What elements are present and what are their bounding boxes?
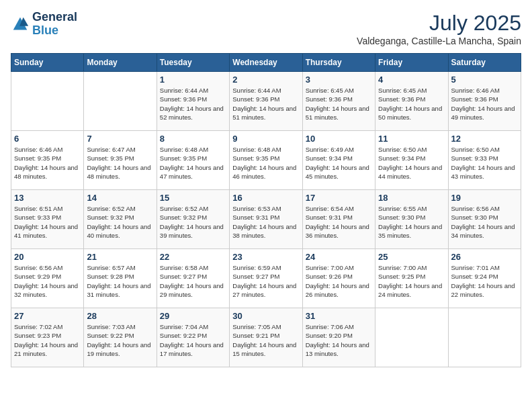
- day-number: 3: [306, 75, 372, 85]
- calendar-cell: 22Sunrise: 6:58 AM Sunset: 9:27 PM Dayli…: [157, 249, 229, 308]
- day-number: 22: [160, 252, 226, 262]
- day-number: 12: [451, 134, 518, 144]
- day-number: 25: [378, 252, 445, 262]
- day-info: Sunrise: 7:04 AM Sunset: 9:22 PM Dayligh…: [160, 322, 226, 358]
- calendar-cell: 12Sunrise: 6:50 AM Sunset: 9:33 PM Dayli…: [448, 131, 521, 190]
- day-info: Sunrise: 6:46 AM Sunset: 9:35 PM Dayligh…: [14, 145, 81, 181]
- day-number: 17: [306, 193, 372, 203]
- day-info: Sunrise: 7:01 AM Sunset: 9:24 PM Dayligh…: [451, 263, 518, 299]
- day-info: Sunrise: 6:50 AM Sunset: 9:33 PM Dayligh…: [451, 145, 518, 181]
- day-info: Sunrise: 6:52 AM Sunset: 9:32 PM Dayligh…: [87, 204, 153, 240]
- page-header: General Blue July 2025 Valdeganga, Casti…: [11, 11, 521, 46]
- calendar-cell: 9Sunrise: 6:48 AM Sunset: 9:35 PM Daylig…: [230, 131, 302, 190]
- day-info: Sunrise: 6:48 AM Sunset: 9:35 PM Dayligh…: [160, 145, 226, 181]
- day-number: 8: [160, 134, 226, 144]
- logo-text: General Blue: [32, 11, 77, 38]
- day-number: 26: [451, 252, 518, 262]
- calendar-cell: 7Sunrise: 6:47 AM Sunset: 9:35 PM Daylig…: [84, 131, 157, 190]
- header-friday: Friday: [375, 54, 448, 72]
- day-info: Sunrise: 6:55 AM Sunset: 9:30 PM Dayligh…: [378, 204, 445, 240]
- day-info: Sunrise: 6:44 AM Sunset: 9:36 PM Dayligh…: [232, 86, 299, 122]
- day-info: Sunrise: 6:45 AM Sunset: 9:36 PM Dayligh…: [306, 86, 372, 122]
- calendar-cell: 8Sunrise: 6:48 AM Sunset: 9:35 PM Daylig…: [157, 131, 229, 190]
- calendar-cell: 28Sunrise: 7:03 AM Sunset: 9:22 PM Dayli…: [84, 308, 157, 367]
- calendar-cell: 17Sunrise: 6:54 AM Sunset: 9:31 PM Dayli…: [302, 190, 375, 249]
- calendar-week-4: 20Sunrise: 6:56 AM Sunset: 9:29 PM Dayli…: [11, 249, 521, 308]
- day-info: Sunrise: 6:56 AM Sunset: 9:30 PM Dayligh…: [451, 204, 518, 240]
- calendar-cell: 19Sunrise: 6:56 AM Sunset: 9:30 PM Dayli…: [448, 190, 521, 249]
- day-number: 20: [14, 252, 81, 262]
- calendar-week-1: 1Sunrise: 6:44 AM Sunset: 9:36 PM Daylig…: [11, 72, 521, 131]
- day-info: Sunrise: 6:47 AM Sunset: 9:35 PM Dayligh…: [87, 145, 153, 181]
- day-number: 4: [378, 75, 445, 85]
- day-number: 7: [87, 134, 153, 144]
- calendar-cell: 6Sunrise: 6:46 AM Sunset: 9:35 PM Daylig…: [11, 131, 84, 190]
- calendar-cell: [448, 308, 521, 367]
- day-info: Sunrise: 6:59 AM Sunset: 9:27 PM Dayligh…: [232, 263, 299, 299]
- calendar-cell: 11Sunrise: 6:50 AM Sunset: 9:34 PM Dayli…: [375, 131, 448, 190]
- day-info: Sunrise: 6:44 AM Sunset: 9:36 PM Dayligh…: [160, 86, 226, 122]
- day-info: Sunrise: 6:54 AM Sunset: 9:31 PM Dayligh…: [306, 204, 372, 240]
- calendar-cell: 15Sunrise: 6:52 AM Sunset: 9:32 PM Dayli…: [157, 190, 229, 249]
- day-number: 10: [306, 134, 372, 144]
- calendar-cell: 18Sunrise: 6:55 AM Sunset: 9:30 PM Dayli…: [375, 190, 448, 249]
- logo: General Blue: [11, 11, 77, 38]
- day-info: Sunrise: 6:46 AM Sunset: 9:36 PM Dayligh…: [451, 86, 518, 122]
- day-number: 31: [306, 311, 372, 321]
- calendar-cell: 3Sunrise: 6:45 AM Sunset: 9:36 PM Daylig…: [302, 72, 375, 131]
- title-block: July 2025 Valdeganga, Castille-La Mancha…: [357, 11, 521, 46]
- calendar-cell: [84, 72, 157, 131]
- calendar-cell: 30Sunrise: 7:05 AM Sunset: 9:21 PM Dayli…: [230, 308, 302, 367]
- day-number: 5: [451, 75, 518, 85]
- header-wednesday: Wednesday: [230, 54, 302, 72]
- calendar-table: SundayMondayTuesdayWednesdayThursdayFrid…: [11, 53, 521, 367]
- calendar-cell: [11, 72, 84, 131]
- day-info: Sunrise: 6:51 AM Sunset: 9:33 PM Dayligh…: [14, 204, 81, 240]
- day-info: Sunrise: 6:49 AM Sunset: 9:34 PM Dayligh…: [306, 145, 372, 181]
- calendar-cell: 20Sunrise: 6:56 AM Sunset: 9:29 PM Dayli…: [11, 249, 84, 308]
- day-info: Sunrise: 7:05 AM Sunset: 9:21 PM Dayligh…: [232, 322, 299, 358]
- calendar-cell: 31Sunrise: 7:06 AM Sunset: 9:20 PM Dayli…: [302, 308, 375, 367]
- day-info: Sunrise: 7:00 AM Sunset: 9:25 PM Dayligh…: [378, 263, 445, 299]
- day-number: 23: [232, 252, 299, 262]
- header-monday: Monday: [84, 54, 157, 72]
- day-info: Sunrise: 6:56 AM Sunset: 9:29 PM Dayligh…: [14, 263, 81, 299]
- calendar-cell: 16Sunrise: 6:53 AM Sunset: 9:31 PM Dayli…: [230, 190, 302, 249]
- calendar-cell: 24Sunrise: 7:00 AM Sunset: 9:26 PM Dayli…: [302, 249, 375, 308]
- calendar-cell: 21Sunrise: 6:57 AM Sunset: 9:28 PM Dayli…: [84, 249, 157, 308]
- calendar-cell: 26Sunrise: 7:01 AM Sunset: 9:24 PM Dayli…: [448, 249, 521, 308]
- month-title: July 2025: [357, 11, 521, 36]
- day-number: 13: [14, 193, 81, 203]
- location-title: Valdeganga, Castille-La Mancha, Spain: [357, 36, 521, 46]
- day-info: Sunrise: 6:48 AM Sunset: 9:35 PM Dayligh…: [232, 145, 299, 181]
- day-number: 19: [451, 193, 518, 203]
- day-number: 11: [378, 134, 445, 144]
- day-info: Sunrise: 7:06 AM Sunset: 9:20 PM Dayligh…: [306, 322, 372, 358]
- day-number: 18: [378, 193, 445, 203]
- calendar-cell: 2Sunrise: 6:44 AM Sunset: 9:36 PM Daylig…: [230, 72, 302, 131]
- day-info: Sunrise: 6:58 AM Sunset: 9:27 PM Dayligh…: [160, 263, 226, 299]
- calendar-cell: 13Sunrise: 6:51 AM Sunset: 9:33 PM Dayli…: [11, 190, 84, 249]
- day-number: 9: [232, 134, 299, 144]
- day-info: Sunrise: 6:57 AM Sunset: 9:28 PM Dayligh…: [87, 263, 153, 299]
- calendar-week-5: 27Sunrise: 7:02 AM Sunset: 9:23 PM Dayli…: [11, 308, 521, 367]
- calendar-cell: [375, 308, 448, 367]
- day-number: 14: [87, 193, 153, 203]
- day-number: 28: [87, 311, 153, 321]
- day-number: 29: [160, 311, 226, 321]
- calendar-cell: 27Sunrise: 7:02 AM Sunset: 9:23 PM Dayli…: [11, 308, 84, 367]
- day-number: 30: [232, 311, 299, 321]
- day-info: Sunrise: 6:50 AM Sunset: 9:34 PM Dayligh…: [378, 145, 445, 181]
- day-number: 1: [160, 75, 226, 85]
- day-number: 16: [232, 193, 299, 203]
- header-sunday: Sunday: [11, 54, 84, 72]
- calendar-cell: 4Sunrise: 6:45 AM Sunset: 9:36 PM Daylig…: [375, 72, 448, 131]
- day-number: 21: [87, 252, 153, 262]
- calendar-week-3: 13Sunrise: 6:51 AM Sunset: 9:33 PM Dayli…: [11, 190, 521, 249]
- day-number: 6: [14, 134, 81, 144]
- calendar-cell: 10Sunrise: 6:49 AM Sunset: 9:34 PM Dayli…: [302, 131, 375, 190]
- calendar-cell: 14Sunrise: 6:52 AM Sunset: 9:32 PM Dayli…: [84, 190, 157, 249]
- day-number: 2: [232, 75, 299, 85]
- day-number: 24: [306, 252, 372, 262]
- day-info: Sunrise: 7:02 AM Sunset: 9:23 PM Dayligh…: [14, 322, 81, 358]
